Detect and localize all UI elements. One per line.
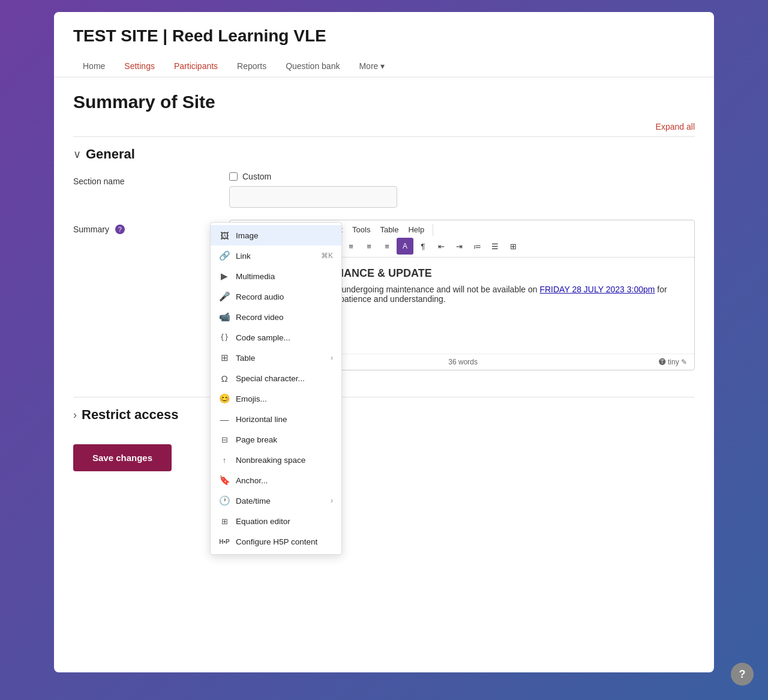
restrict-access-title: Restrict access: [82, 407, 178, 423]
dropdown-item-equation-editor[interactable]: ⊞ Equation editor: [211, 511, 341, 531]
dropdown-label-horizontal-line: Horizontal line: [236, 415, 333, 424]
equation-icon: ⊞: [219, 516, 230, 527]
outdent-button[interactable]: ⇤: [433, 238, 449, 255]
editor-word-count: 36 words: [448, 358, 478, 366]
code-icon: {}: [219, 332, 230, 343]
nav-question-bank[interactable]: Question bank: [276, 55, 349, 77]
dropdown-label-record-video: Record video: [236, 313, 333, 322]
page-break-icon: ⊟: [219, 434, 230, 445]
insert-dropdown-menu: 🖼 Image 🔗 Link ⌘K ▶ Multimedia 🎤 Record …: [210, 222, 342, 555]
dropdown-item-horizontal-line[interactable]: — Horizontal line: [211, 409, 341, 429]
dropdown-item-special-char[interactable]: Ω Special character...: [211, 368, 341, 388]
dropdown-item-nonbreaking-space[interactable]: ↑ Nonbreaking space: [211, 450, 341, 470]
dropdown-item-code-sample[interactable]: {} Code sample...: [211, 327, 341, 348]
dropdown-item-table[interactable]: ⊞ Table ›: [211, 348, 341, 368]
chevron-right-icon[interactable]: ›: [73, 409, 77, 421]
anchor-icon: 🔖: [219, 475, 230, 486]
record-audio-icon: 🎤: [219, 291, 230, 302]
dropdown-label-record-audio: Record audio: [236, 292, 333, 301]
editor-link[interactable]: FRIDAY 28 JULY 2023 3:00pm: [539, 285, 655, 294]
save-changes-button[interactable]: Save changes: [73, 444, 172, 471]
dropdown-label-special-char: Special character...: [236, 374, 333, 383]
custom-label: Custom: [242, 172, 271, 181]
dropdown-item-page-break[interactable]: ⊟ Page break: [211, 429, 341, 450]
align-right-button[interactable]: ≡: [379, 238, 395, 255]
dropdown-label-page-break: Page break: [236, 435, 333, 444]
dropdown-label-link: Link: [236, 252, 315, 261]
dropdown-item-anchor[interactable]: 🔖 Anchor...: [211, 470, 341, 490]
horizontal-line-icon: —: [219, 414, 230, 424]
h5p-icon: H•P: [219, 536, 230, 547]
general-section-title: General: [86, 146, 135, 162]
section-name-row: Section name Custom: [73, 172, 695, 208]
dropdown-item-h5p[interactable]: H•P Configure H5P content: [211, 531, 341, 552]
restrict-access-section: › Restrict access: [73, 397, 695, 432]
info-icon[interactable]: ?: [115, 225, 125, 234]
ordered-list-button[interactable]: ☰: [487, 238, 503, 255]
expand-all-container: Expand all: [73, 122, 695, 131]
link-icon: 🔗: [219, 250, 230, 261]
align-center-button[interactable]: ≡: [361, 238, 377, 255]
section-name-input[interactable]: [229, 186, 397, 208]
table-icon: ⊞: [219, 352, 230, 363]
section-name-label: Section name: [73, 172, 229, 208]
menu-help[interactable]: Help: [403, 223, 429, 237]
general-section: ∨ General Section name Custom Summary: [73, 136, 695, 392]
table-button[interactable]: ⊞: [505, 238, 521, 255]
site-title: TEST SITE | Reed Learning VLE: [73, 26, 695, 46]
dropdown-label-emojis: Emojis...: [236, 394, 333, 403]
dropdown-label-datetime: Date/time: [236, 496, 325, 505]
dropdown-label-multimedia: Multimedia: [236, 272, 333, 281]
nonbreaking-space-icon: ↑: [219, 454, 230, 465]
menu-tools[interactable]: Tools: [347, 223, 375, 237]
nav-participants[interactable]: Participants: [164, 55, 227, 77]
superscript-button[interactable]: A: [397, 238, 413, 255]
dropdown-item-record-video[interactable]: 📹 Record video: [211, 307, 341, 327]
nav-more[interactable]: More ▾: [349, 55, 394, 77]
nav-reports[interactable]: Reports: [227, 55, 276, 77]
image-icon: 🖼: [219, 230, 230, 241]
nav-settings[interactable]: Settings: [115, 55, 164, 77]
chevron-down-icon: ▾: [380, 61, 385, 71]
emoji-icon: 😊: [219, 393, 230, 404]
section-name-field: Custom: [229, 172, 695, 208]
summary-label: Summary ?: [73, 220, 229, 370]
bullet-list-button[interactable]: ≔: [469, 238, 485, 255]
dropdown-item-record-audio[interactable]: 🎤 Record audio: [211, 286, 341, 307]
datetime-arrow-icon: ›: [331, 496, 333, 505]
record-video-icon: 📹: [219, 312, 230, 322]
dropdown-item-datetime[interactable]: 🕐 Date/time ›: [211, 490, 341, 511]
custom-checkbox[interactable]: [229, 172, 238, 181]
expand-all-button[interactable]: Expand all: [656, 122, 695, 131]
tinymce-logo: 🅣 tiny ✎: [659, 358, 687, 366]
main-nav: Home Settings Participants Reports Quest…: [73, 55, 695, 77]
menu-table[interactable]: Table: [375, 223, 403, 237]
datetime-icon: 🕐: [219, 495, 230, 506]
dropdown-label-h5p: Configure H5P content: [236, 537, 333, 546]
nav-home[interactable]: Home: [73, 55, 115, 77]
indent-button[interactable]: ⇥: [451, 238, 467, 255]
dropdown-item-link[interactable]: 🔗 Link ⌘K: [211, 246, 341, 266]
page-title: Summary of Site: [73, 92, 695, 112]
toolbar-separator: [433, 224, 433, 236]
dropdown-label-image: Image: [236, 231, 333, 240]
dropdown-label-code-sample: Code sample...: [236, 333, 333, 342]
link-shortcut: ⌘K: [321, 252, 333, 260]
general-section-header: ∨ General: [73, 146, 695, 162]
dropdown-item-image[interactable]: 🖼 Image: [211, 225, 341, 246]
dropdown-item-multimedia[interactable]: ▶ Multimedia: [211, 266, 341, 286]
paragraph-button[interactable]: ¶: [415, 238, 431, 255]
dropdown-label-table: Table: [236, 354, 325, 363]
dropdown-label-nonbreaking-space: Nonbreaking space: [236, 456, 333, 465]
align-left-button[interactable]: ≡: [343, 238, 359, 255]
dropdown-label-anchor: Anchor...: [236, 476, 333, 485]
summary-row: Summary ? Edit View Insert Format Tools: [73, 220, 695, 370]
dropdown-item-emojis[interactable]: 😊 Emojis...: [211, 388, 341, 409]
special-char-icon: Ω: [219, 373, 230, 384]
table-arrow-icon: ›: [331, 354, 333, 362]
multimedia-icon: ▶: [219, 271, 230, 282]
chevron-down-icon[interactable]: ∨: [73, 148, 81, 161]
restrict-access-header: › Restrict access: [73, 407, 695, 423]
custom-checkbox-container: Custom: [229, 172, 695, 181]
dropdown-label-equation-editor: Equation editor: [236, 517, 333, 526]
